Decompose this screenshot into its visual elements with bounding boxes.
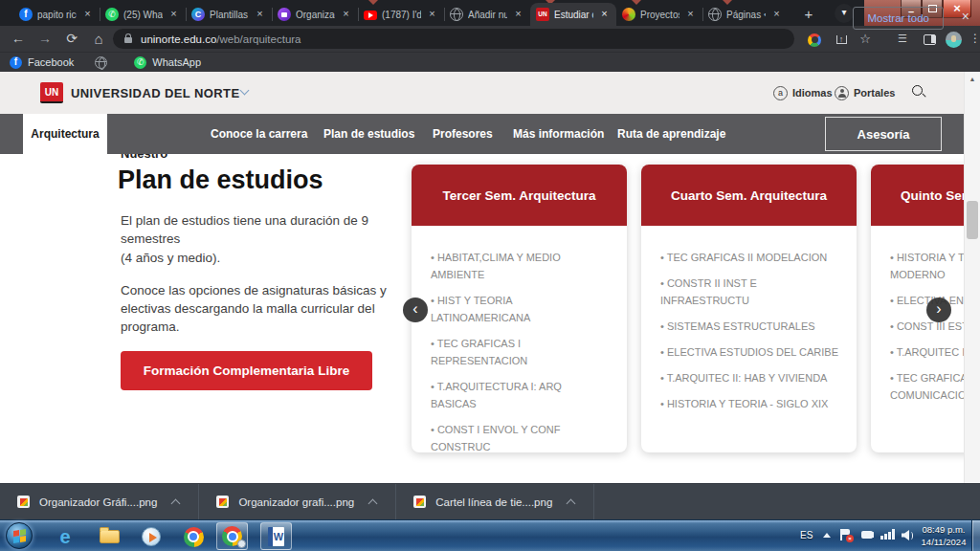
page-title: Plan de estudios [118, 165, 323, 195]
nav-link[interactable]: Ruta de aprendizaje [617, 114, 725, 154]
bookmarks-bar: Facebook WhatsApp [0, 52, 980, 72]
reload-icon[interactable] [59, 26, 84, 52]
new-tab-button[interactable] [798, 4, 819, 25]
profile-avatar[interactable] [943, 26, 964, 52]
menu-dots-icon[interactable] [965, 26, 980, 52]
tab-close-icon[interactable] [167, 9, 180, 21]
download-item[interactable]: Cartel línea de tie....png [396, 484, 594, 519]
bookmark-item[interactable] [95, 56, 113, 69]
tab-close-icon[interactable] [426, 9, 438, 21]
browser-tab[interactable]: (1787) I'd R [358, 3, 444, 26]
person-icon [835, 86, 849, 100]
language-indicator[interactable]: ES [800, 530, 813, 540]
action-center-flag-icon[interactable] [840, 529, 851, 541]
file-explorer-icon[interactable] [98, 525, 121, 548]
whatsapp-icon [105, 8, 119, 21]
nav-tab-arquitectura[interactable]: Arquitectura [23, 114, 107, 154]
battery-icon[interactable] [861, 531, 873, 539]
tab-title: Proyectos – [640, 10, 679, 20]
share-icon[interactable] [831, 26, 852, 52]
side-panel-icon[interactable] [919, 26, 940, 52]
download-item[interactable]: Organizador Gráfi....png [0, 484, 199, 519]
nav-link[interactable]: Plan de estudios [323, 114, 414, 154]
card-header: Cuarto Sem. Arquitectura [641, 165, 857, 226]
uninorte-logo[interactable]: UN [40, 82, 63, 103]
course-item: ELECTIVA ESTUDIOS DEL CARIBE [660, 343, 839, 361]
tab-close-icon[interactable] [684, 9, 697, 21]
browser-tab[interactable]: papito rico [13, 3, 100, 26]
tab-search-icon[interactable] [835, 4, 854, 23]
home-icon[interactable] [86, 26, 111, 52]
course-item: SISTEMAS ESTRUCTURALES [660, 318, 839, 335]
download-filename: Organizador Gráfi....png [39, 496, 157, 508]
image-file-icon [17, 496, 30, 508]
tab-close-icon[interactable] [598, 9, 611, 21]
site-brand[interactable]: UNIVERSIDAD DEL NORTE [71, 86, 239, 100]
browser-tab[interactable]: (25) WhatsA [100, 3, 186, 26]
browser-tab[interactable]: Plantillas [186, 3, 272, 26]
formacion-complementaria-button[interactable]: Formación Complementaria Libre [121, 351, 372, 390]
show-all-downloads-button[interactable]: Mostrar todo [853, 7, 944, 30]
tab-title: (1787) I'd R [382, 10, 421, 20]
lock-icon[interactable] [124, 37, 132, 43]
nav-link[interactable]: Más información [513, 114, 604, 154]
screen: papito rico (25) WhatsA Plantillas [0, 0, 980, 551]
word-task[interactable] [260, 522, 292, 550]
media-player-icon[interactable] [140, 525, 163, 548]
portales-menu[interactable]: Portales [835, 72, 895, 114]
internet-explorer-icon[interactable] [54, 525, 77, 548]
tab-close-icon[interactable] [254, 9, 266, 21]
carousel-next-icon[interactable] [926, 298, 951, 322]
google-icon[interactable] [804, 26, 825, 52]
tab-close-icon[interactable] [81, 9, 94, 21]
start-button[interactable] [6, 522, 33, 549]
chrome-icon[interactable] [182, 525, 205, 548]
asesoria-button[interactable]: Asesoría [825, 117, 942, 151]
search-icon[interactable] [912, 85, 927, 100]
globe-icon [450, 8, 463, 21]
whatsapp-icon [134, 56, 146, 69]
browser-toolbar: uninorte.edu.co/web/arquitectura [0, 26, 980, 52]
show-desktop-button[interactable] [971, 520, 980, 551]
browser-tab[interactable]: Páginas < P [702, 3, 789, 26]
course-item: T.ARQUITEC II: HAB Y VIVIENDA [660, 369, 839, 386]
scroll-up-icon[interactable] [965, 76, 980, 82]
course-list: HABITAT,CLIMA Y MEDIO AMBIENTEHIST Y TEO… [412, 226, 627, 455]
nav-link[interactable]: Conoce la carrera [211, 114, 307, 154]
chevron-up-icon[interactable] [567, 498, 576, 508]
back-icon[interactable] [6, 26, 31, 52]
hidden-icons-chevron[interactable] [823, 533, 831, 538]
browser-tab[interactable]: Proyectos – [616, 3, 702, 26]
tab-close-icon[interactable] [770, 9, 783, 21]
tab-title: (25) WhatsA [123, 10, 163, 20]
tab-close-icon[interactable] [512, 9, 524, 21]
chevron-up-icon[interactable] [171, 498, 181, 508]
chrome-active-task[interactable] [216, 522, 248, 550]
bookmark-item[interactable]: Facebook [10, 56, 74, 69]
reading-list-icon[interactable] [892, 26, 913, 52]
address-bar[interactable]: uninorte.edu.co/web/arquitectura [113, 29, 794, 49]
hero-paragraph: (4 años y medio). [121, 249, 406, 267]
clock[interactable]: 08:49 p.m. 14/11/2024 [917, 523, 970, 548]
download-item[interactable]: Organizador grafi....png [199, 484, 396, 519]
forward-icon[interactable] [33, 26, 57, 52]
tab-close-icon[interactable] [340, 9, 352, 21]
page-scrollbar[interactable] [964, 72, 980, 483]
bookmark-star-icon[interactable] [855, 26, 876, 52]
scrollbar-thumb[interactable] [967, 201, 978, 239]
chevron-up-icon[interactable] [368, 498, 378, 508]
downloads-close-icon[interactable] [962, 9, 969, 24]
tab-title: Páginas < P [726, 10, 766, 20]
bookmark-item[interactable]: WhatsApp [134, 56, 201, 69]
network-signal-icon[interactable] [880, 529, 895, 540]
browser-tab[interactable]: Estudiar ca [530, 3, 616, 26]
course-item: HIST Y TEORIA LATINOAMERICANA [431, 292, 610, 326]
nav-link[interactable]: Profesores [433, 114, 493, 154]
bookmark-label: Facebook [28, 56, 74, 68]
volume-icon[interactable] [902, 530, 913, 540]
carousel-prev-icon[interactable] [403, 298, 428, 322]
idiomas-menu[interactable]: Idiomas [773, 72, 833, 114]
browser-tab[interactable]: Añadir nue [444, 3, 530, 26]
browser-tab[interactable]: Organizado [272, 3, 358, 26]
youtube-icon [364, 11, 377, 20]
